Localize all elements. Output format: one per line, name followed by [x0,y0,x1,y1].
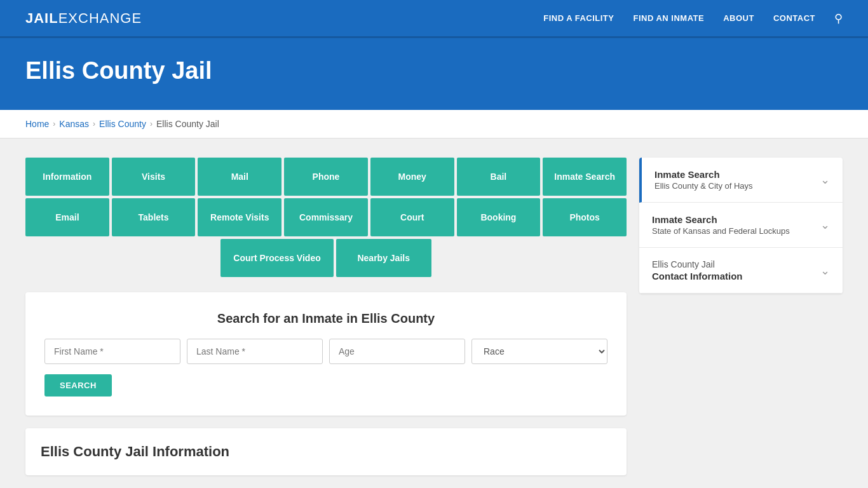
sidebar-item-2-subtitle: State of Kansas and Federal Lockups [652,226,790,236]
sidebar-inmate-search-kansas[interactable]: Inmate Search State of Kansas and Federa… [639,203,843,248]
sidebar-item-2-title: Inmate Search [652,214,790,225]
btn-tablets[interactable]: Tablets [112,198,196,236]
btn-visits[interactable]: Visits [112,158,196,196]
sidebar-inmate-search-ellis[interactable]: Inmate Search Ellis County & City of Hay… [639,158,843,203]
sidebar-item-3-subtitle-bold: Contact Information [652,271,743,281]
info-section-title: Ellis County Jail Information [41,444,611,460]
right-sidebar: Inmate Search Ellis County & City of Hay… [639,158,843,294]
btn-remote-visits[interactable]: Remote Visits [198,198,281,236]
sidebar-item-3-text: Ellis County Jail Contact Information [652,259,743,281]
sidebar-item-3-title-light: Ellis County Jail [652,259,743,269]
last-name-input[interactable] [187,339,323,364]
breadcrumb-home[interactable]: Home [25,119,49,129]
btn-booking[interactable]: Booking [457,198,541,236]
btn-phone[interactable]: Phone [284,158,368,196]
breadcrumb-sep-3: › [150,119,153,128]
search-icon[interactable]: ⚲ [834,11,843,25]
age-input[interactable] [329,339,465,364]
site-logo[interactable]: JAIL EXCHANGE [25,10,142,27]
btn-mail[interactable]: Mail [198,158,281,196]
inmate-search-box: Search for an Inmate in Ellis County Rac… [25,292,627,416]
sidebar-contact-info[interactable]: Ellis County Jail Contact Information ⌄ [639,248,843,294]
btn-court-process-video[interactable]: Court Process Video [220,239,333,277]
first-name-input[interactable] [44,339,180,364]
search-box-title: Search for an Inmate in Ellis County [44,311,607,326]
button-row-2: Email Tablets Remote Visits Commissary C… [25,198,627,236]
btn-email[interactable]: Email [25,198,109,236]
logo-exchange: EXCHANGE [58,10,142,27]
page-title: Ellis County Jail [25,57,843,85]
btn-bail[interactable]: Bail [457,158,541,196]
navbar-nav: FIND A FACILITY FIND AN INMATE ABOUT CON… [543,11,843,25]
hero-section: Ellis County Jail [0,38,868,110]
breadcrumb-ellis-county[interactable]: Ellis County [99,119,146,129]
button-row-3: Court Process Video Nearby Jails [25,239,627,277]
chevron-down-icon-1: ⌄ [820,173,830,187]
breadcrumb: Home › Kansas › Ellis County › Ellis Cou… [25,119,843,129]
btn-inmate-search[interactable]: Inmate Search [543,158,627,196]
navbar: JAIL EXCHANGE FIND A FACILITY FIND AN IN… [0,0,868,38]
search-form-row: Race [44,339,607,364]
sidebar-item-1-title: Inmate Search [654,169,753,180]
chevron-down-icon-3: ⌄ [820,264,830,278]
breadcrumb-current: Ellis County Jail [156,119,219,129]
btn-photos[interactable]: Photos [543,198,627,236]
breadcrumb-bar: Home › Kansas › Ellis County › Ellis Cou… [0,110,868,139]
race-select[interactable]: Race [471,339,607,364]
find-inmate-link[interactable]: FIND AN INMATE [633,13,704,23]
left-column: Information Visits Mail Phone Money Bail… [25,158,627,475]
btn-money[interactable]: Money [370,158,454,196]
sidebar-item-1-text: Inmate Search Ellis County & City of Hay… [654,169,753,191]
main-wrapper: Information Visits Mail Phone Money Bail… [0,139,868,488]
sidebar-item-1-subtitle: Ellis County & City of Hays [654,181,753,191]
breadcrumb-sep-2: › [93,119,95,128]
logo-jail: JAIL [25,10,58,27]
about-link[interactable]: ABOUT [723,13,754,23]
button-row-1: Information Visits Mail Phone Money Bail… [25,158,627,196]
breadcrumb-sep-1: › [53,119,55,128]
find-facility-link[interactable]: FIND A FACILITY [543,13,614,23]
sidebar-card: Inmate Search Ellis County & City of Hay… [639,158,843,294]
info-section: Ellis County Jail Information [25,428,627,475]
breadcrumb-kansas[interactable]: Kansas [59,119,89,129]
search-button[interactable]: SEARCH [44,374,112,396]
contact-link[interactable]: CONTACT [773,13,815,23]
sidebar-item-2-text: Inmate Search State of Kansas and Federa… [652,214,790,236]
btn-commissary[interactable]: Commissary [284,198,368,236]
btn-information[interactable]: Information [25,158,109,196]
btn-court[interactable]: Court [370,198,454,236]
btn-nearby-jails[interactable]: Nearby Jails [336,239,431,277]
chevron-down-icon-2: ⌄ [820,218,830,232]
